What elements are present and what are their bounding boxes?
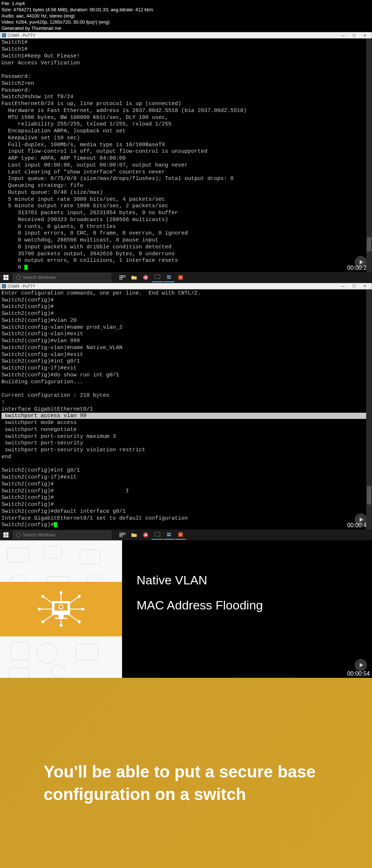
- svg-point-45: [81, 608, 84, 611]
- maximize-button[interactable]: ☐: [348, 32, 359, 38]
- svg-point-48: [60, 591, 62, 594]
- file-size: Size: 4784271 bytes (4.56 MiB), duration…: [1, 7, 371, 13]
- search-icon: [16, 533, 21, 537]
- svg-rect-6: [155, 275, 160, 279]
- svg-point-28: [52, 665, 65, 678]
- audio-info: Audio: aac, 44100 Hz, stereo (eng): [1, 13, 371, 19]
- terminal-output-1[interactable]: Switch1# Switch1# Switch1#Keep Out Pleas…: [0, 39, 372, 272]
- putty-task-icon[interactable]: [152, 530, 163, 540]
- svg-point-49: [60, 624, 62, 627]
- minimize-button[interactable]: —: [337, 283, 348, 289]
- svg-rect-9: [120, 533, 122, 535]
- slide3-title1: Native VLAN: [137, 573, 357, 587]
- svg-rect-2: [120, 278, 122, 280]
- svg-rect-26: [76, 644, 98, 660]
- close-button[interactable]: ✕: [359, 283, 370, 289]
- svg-point-5: [145, 276, 146, 278]
- windows-icon: [3, 532, 8, 538]
- svg-rect-10: [123, 533, 125, 535]
- putty-titlebar-1[interactable]: COM3 - PuTTY — ☐ ✕: [0, 32, 372, 39]
- putty-title: COM3 - PuTTY: [8, 284, 35, 288]
- svg-text:P: P: [179, 533, 182, 537]
- file-explorer-icon[interactable]: [129, 273, 140, 282]
- putty-title: COM3 - PuTTY: [8, 33, 35, 37]
- slide3-graphic-panel: [0, 540, 122, 678]
- network-tool-icon[interactable]: [163, 273, 174, 282]
- svg-rect-24: [11, 642, 29, 660]
- chrome-icon[interactable]: [140, 530, 151, 540]
- scrollbar[interactable]: [366, 289, 372, 529]
- putty-task-icon[interactable]: [152, 273, 163, 282]
- svg-rect-15: [155, 532, 160, 536]
- putty-icon: [2, 33, 6, 37]
- windows-icon: [3, 275, 8, 280]
- search-input[interactable]: Search Windows: [13, 531, 111, 539]
- slide4-heading: You'll be able to put a secure base conf…: [44, 760, 328, 805]
- svg-rect-0: [120, 276, 122, 277]
- svg-rect-27: [9, 668, 29, 678]
- svg-point-46: [41, 620, 44, 623]
- svg-point-25: [37, 643, 57, 663]
- slide-native-vlan: Native VLAN MAC Address Flooding 00:00:5…: [0, 540, 372, 678]
- slide-secure-config: You'll be able to put a secure base conf…: [0, 678, 372, 868]
- putty-icon: [2, 284, 6, 288]
- svg-point-14: [145, 534, 146, 536]
- timestamp-3: 00:00:54: [347, 671, 370, 677]
- svg-rect-40: [58, 615, 64, 618]
- file-name: File: 1.mp4: [1, 1, 371, 7]
- svg-point-42: [41, 595, 44, 598]
- video-info: Video: h264, yuv420p, 1280x720, 30.00 fp…: [1, 19, 371, 25]
- terminal-output-2[interactable]: Enter configuration commands, one per li…: [0, 289, 372, 529]
- minimize-button[interactable]: —: [337, 32, 348, 38]
- scrollbar[interactable]: [366, 39, 372, 272]
- taskbar-2: Search Windows P: [0, 529, 372, 540]
- svg-point-47: [78, 620, 81, 623]
- svg-rect-11: [120, 535, 122, 537]
- close-button[interactable]: ✕: [359, 32, 370, 38]
- chrome-icon[interactable]: [140, 273, 151, 282]
- search-icon: [16, 275, 21, 280]
- putty-titlebar-2[interactable]: COM3 - PuTTY — ☐ ✕: [0, 283, 372, 289]
- network-tool-icon[interactable]: [163, 530, 174, 540]
- start-button[interactable]: [1, 531, 10, 539]
- taskbar-1: Search Windows P: [0, 272, 372, 283]
- network-diagram-icon: [30, 587, 92, 631]
- start-button[interactable]: [1, 273, 10, 282]
- svg-rect-18: [7, 548, 29, 562]
- search-input[interactable]: Search Windows: [13, 273, 111, 282]
- svg-text:P: P: [179, 276, 182, 280]
- file-info-header: File: 1.mp4 Size: 4784271 bytes (4.56 Mi…: [0, 0, 372, 32]
- svg-rect-19: [44, 546, 62, 559]
- svg-point-44: [38, 608, 41, 611]
- maximize-button[interactable]: ☐: [348, 283, 359, 289]
- play-icon[interactable]: [355, 659, 367, 671]
- svg-point-43: [78, 595, 81, 598]
- powerpoint-icon[interactable]: P: [175, 273, 186, 282]
- svg-rect-41: [55, 618, 67, 619]
- svg-rect-20: [80, 549, 100, 564]
- task-view-icon[interactable]: [117, 530, 128, 540]
- file-explorer-icon[interactable]: [129, 530, 140, 540]
- generator: Generated by Thumbnail me: [1, 25, 371, 32]
- svg-rect-1: [123, 276, 125, 277]
- powerpoint-icon[interactable]: P: [175, 530, 186, 540]
- task-view-icon[interactable]: [117, 273, 128, 282]
- slide3-title2: MAC Address Flooding: [137, 598, 357, 612]
